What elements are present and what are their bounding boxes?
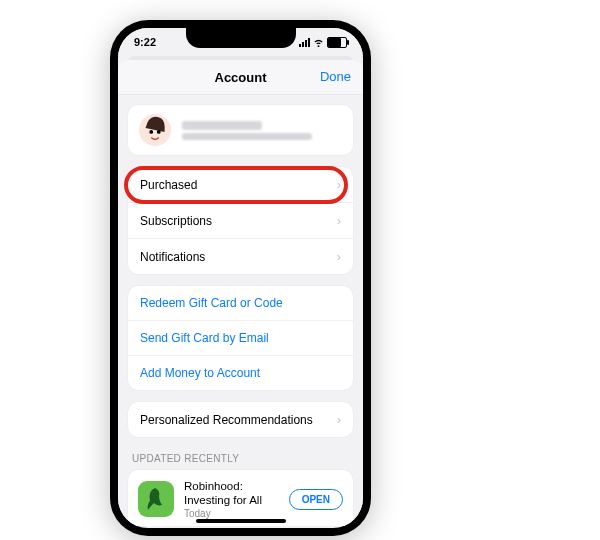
link-redeem[interactable]: Redeem Gift Card or Code [128,286,353,320]
menu-notifications[interactable]: Notifications › [128,238,353,274]
links-card: Redeem Gift Card or Code Send Gift Card … [128,286,353,390]
chevron-right-icon: › [337,412,341,427]
menu-card: Purchased › Subscriptions › Notification… [128,167,353,274]
section-updated-recently: UPDATED RECENTLY [128,449,353,470]
profile-name-redacted [182,121,262,130]
phone-frame: 9:22 Account Done [110,20,371,536]
page-title: Account [215,70,267,85]
menu-label: Subscriptions [140,214,212,228]
svg-point-2 [157,130,161,134]
open-button[interactable]: OPEN [289,489,343,510]
menu-label: Notifications [140,250,205,264]
cellular-icon [299,38,310,47]
done-button[interactable]: Done [320,60,351,94]
profile-text [182,121,312,140]
app-title: Robinhood: Investing for All [184,480,279,508]
link-add-money[interactable]: Add Money to Account [128,355,353,390]
sheet-header: Account Done [118,60,363,95]
status-time: 9:22 [134,36,156,48]
chevron-right-icon: › [337,249,341,264]
personalized-card: Personalized Recommendations › [128,402,353,437]
app-card-robinhood: Robinhood: Investing for All Today OPEN … [128,470,353,526]
app-subtitle: Today [184,508,279,519]
status-indicators [299,37,347,48]
home-indicator[interactable] [196,519,286,523]
menu-label: Personalized Recommendations [140,413,313,427]
account-sheet: Account Done [118,60,363,526]
chevron-right-icon: › [337,177,341,192]
menu-purchased[interactable]: Purchased › [128,167,353,202]
screen: 9:22 Account Done [118,28,363,528]
wifi-icon [313,37,324,48]
sheet-content: Purchased › Subscriptions › Notification… [118,95,363,526]
link-send-gift[interactable]: Send Gift Card by Email [128,320,353,355]
svg-point-1 [149,130,153,134]
chevron-right-icon: › [337,213,341,228]
menu-label: Purchased [140,178,197,192]
menu-personalized[interactable]: Personalized Recommendations › [128,402,353,437]
avatar [138,113,172,147]
profile-email-redacted [182,133,312,140]
app-icon-robinhood [138,481,174,517]
profile-card[interactable] [128,105,353,155]
battery-icon [327,37,347,48]
notch [186,28,296,48]
menu-subscriptions[interactable]: Subscriptions › [128,202,353,238]
